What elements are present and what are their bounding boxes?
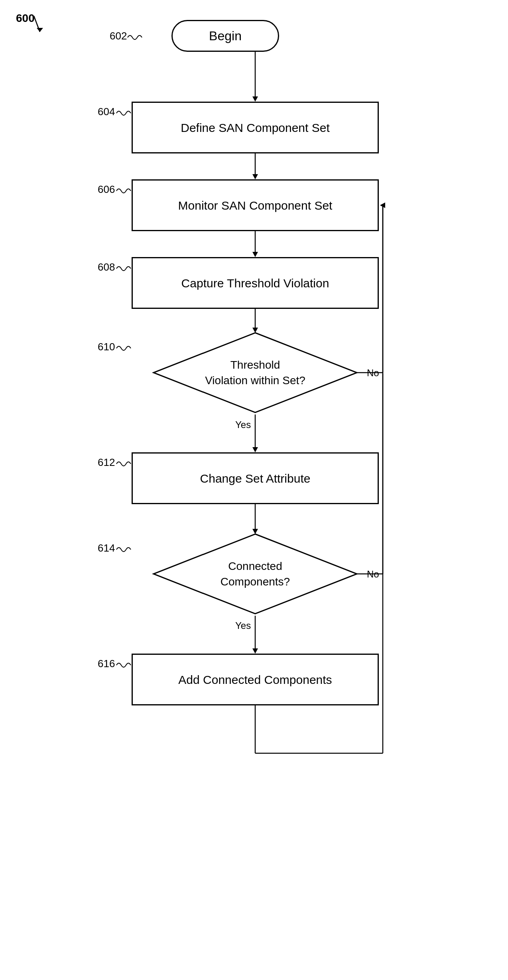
- diamond-614-text: ConnectedComponents?: [221, 558, 290, 589]
- step-label-610: 610: [98, 341, 115, 353]
- flowchart-diagram: 600 602 Begin 604 Define SAN Component S…: [0, 0, 508, 980]
- step-label-602: 602: [110, 30, 127, 42]
- step-label-608: 608: [98, 261, 115, 273]
- svg-marker-21: [252, 648, 258, 654]
- node-capture-threshold: Capture Threshold Violation: [132, 257, 379, 309]
- node-add-connected: Add Connected Components: [132, 654, 379, 705]
- diamond-610-text: ThresholdViolation within Set?: [205, 357, 305, 388]
- step-wavy-604: [116, 108, 132, 118]
- step-wavy-614: [116, 545, 132, 554]
- step-label-616: 616: [98, 658, 115, 670]
- node-define-san: Define SAN Component Set: [132, 102, 379, 153]
- branch-610-yes: Yes: [235, 419, 251, 430]
- step-wavy-606: [116, 186, 132, 196]
- step-wavy-602: [127, 33, 143, 42]
- branch-614-yes: Yes: [235, 620, 251, 631]
- node-begin: Begin: [171, 20, 279, 52]
- svg-marker-7: [252, 174, 258, 179]
- step-wavy-610: [116, 344, 132, 353]
- svg-marker-1: [37, 28, 43, 32]
- step-wavy-616: [116, 660, 132, 670]
- svg-marker-5: [252, 96, 258, 102]
- svg-marker-13: [252, 447, 258, 452]
- node-threshold-diamond: ThresholdViolation within Set?: [152, 331, 359, 414]
- step-label-606: 606: [98, 183, 115, 196]
- svg-marker-17: [380, 202, 385, 208]
- branch-610-no: No: [367, 367, 379, 379]
- step-label-614: 614: [98, 542, 115, 554]
- step-wavy-608: [116, 264, 132, 273]
- step-label-604: 604: [98, 106, 115, 118]
- node-change-set-attr: Change Set Attribute: [132, 452, 379, 504]
- figure-id-arrow: [12, 12, 44, 36]
- step-wavy-612: [116, 459, 132, 469]
- svg-marker-9: [252, 252, 258, 257]
- step-label-612: 612: [98, 456, 115, 469]
- branch-614-no: No: [367, 569, 379, 580]
- node-connected-components-diamond: ConnectedComponents?: [152, 532, 359, 616]
- node-monitor-san: Monitor SAN Component Set: [132, 179, 379, 231]
